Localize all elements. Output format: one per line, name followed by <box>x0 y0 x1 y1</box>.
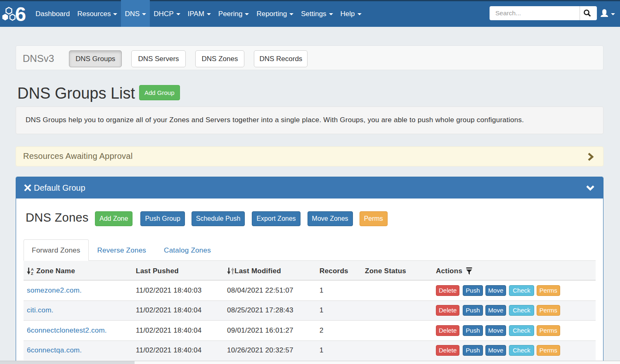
svg-text:A: A <box>31 267 34 272</box>
svg-text:Z: Z <box>31 271 33 274</box>
svg-text:6: 6 <box>15 5 26 24</box>
